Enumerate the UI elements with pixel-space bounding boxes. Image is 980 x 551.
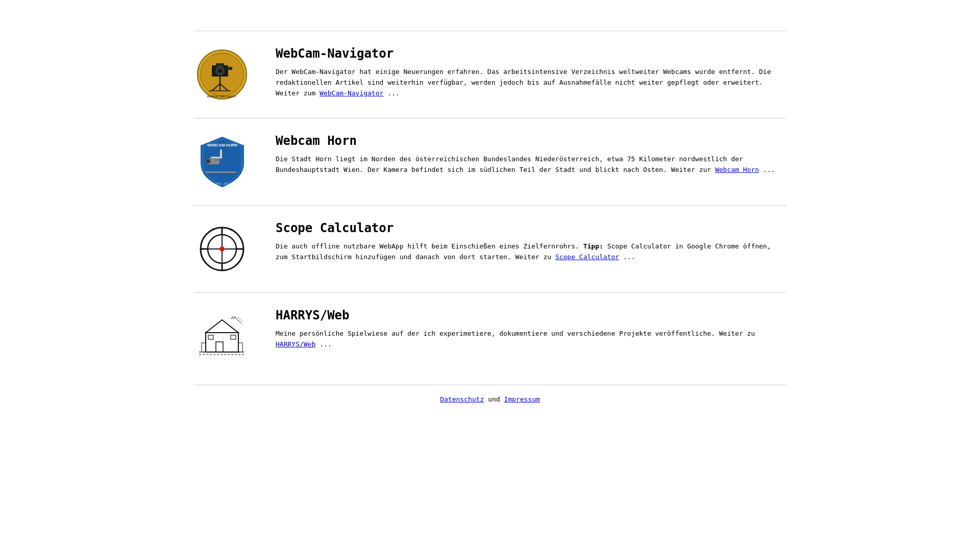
webcam-horn-icon-container: WEBCAM HORN 2 [194,134,250,190]
webcam-horn-text-suffix: ... [763,166,775,173]
scope-calculator-content: Scope Calculator Die auch offline nutzba… [276,221,786,263]
impressum-link[interactable]: Impressum [504,395,540,403]
svg-rect-36 [216,342,223,352]
scope-calculator-bold: Tipp: [583,242,603,250]
harrys-web-content: HARRYS/Web Meine persönliche Spielwiese … [276,308,786,350]
webcam-navigator-link[interactable]: WebCam-Navigator [320,89,383,97]
svg-point-6 [219,70,222,72]
svg-text:WebCam-Navigator: WebCam-Navigator [207,94,237,98]
webcam-horn-text: Die Stadt Horn liegt im Norden des öster… [276,154,786,176]
harrys-web-text: Meine persönliche Spielwiese auf der ich… [276,329,786,350]
scope-calculator-text: Die auch offline nutzbare WebApp hilft b… [276,241,786,263]
webcam-horn-title: Webcam Horn [276,134,786,148]
scope-calculator-icon-container [194,221,250,277]
scope-calculator-text-suffix: ... [623,253,635,261]
scope-calculator-title: Scope Calculator [276,221,786,235]
svg-line-45 [231,316,233,319]
scope-calculator-text-before: Die auch offline nutzbare WebApp hilft b… [276,242,579,250]
page-wrapper: WebCam-Navigator WebCam-Navigator Der We… [194,0,786,413]
section-harrys-web: HARRYS/Web Meine persönliche Spielwiese … [194,292,786,380]
harrys-web-text-suffix: ... [320,340,331,348]
section-webcam-horn: WEBCAM HORN 2 [194,118,786,205]
section-webcam-navigator: WebCam-Navigator WebCam-Navigator Der We… [194,31,786,118]
webcam-navigator-title: WebCam-Navigator [276,46,786,61]
svg-rect-43 [202,343,206,352]
footer-und-text: und [488,395,500,403]
webcam-navigator-icon: WebCam-Navigator [197,49,248,100]
svg-rect-44 [238,343,242,352]
svg-rect-35 [206,333,238,352]
webcam-navigator-text-suffix: ... [387,89,399,97]
webcam-navigator-icon-container: WebCam-Navigator [194,46,250,103]
svg-point-19 [207,160,210,163]
svg-line-46 [233,316,235,319]
svg-text:2003 - 2024: 2003 - 2024 [214,182,229,185]
svg-rect-37 [208,335,213,339]
webcam-navigator-text: Der WebCam-Navigator hat einige Neuerung… [276,67,786,98]
svg-rect-7 [227,67,232,70]
svg-rect-16 [211,157,222,158]
datenschutz-link[interactable]: Datenschutz [440,395,484,403]
webcam-horn-text-before: Die Stadt Horn liegt im Norden des öster… [276,155,743,173]
harrys-web-icon-container [194,308,250,364]
scope-calculator-link[interactable]: Scope Calculator [555,253,619,261]
svg-rect-21 [206,171,236,173]
harrys-web-link[interactable]: HARRYS/Web [276,340,315,348]
svg-rect-38 [231,335,236,339]
webcam-horn-link[interactable]: Webcam Horn [715,166,759,173]
scope-calculator-icon [199,226,245,272]
webcam-navigator-content: WebCam-Navigator Der WebCam-Navigator ha… [276,46,786,98]
svg-line-39 [235,317,241,323]
svg-marker-34 [206,320,238,333]
harrys-web-title: HARRYS/Web [276,308,786,322]
webcam-horn-icon: WEBCAM HORN 2 [198,135,247,189]
footer: Datenschutz und Impressum [194,385,786,413]
webcam-horn-content: Webcam Horn Die Stadt Horn liegt im Nord… [276,134,786,176]
section-scope-calculator: Scope Calculator Die auch offline nutzba… [194,205,786,292]
svg-text:WEBCAM HORN: WEBCAM HORN [207,143,237,147]
harrys-web-icon [197,315,248,358]
svg-rect-20 [215,159,218,161]
svg-point-25 [219,246,225,252]
harrys-web-text-before: Meine persönliche Spielwiese auf der ich… [276,330,755,337]
